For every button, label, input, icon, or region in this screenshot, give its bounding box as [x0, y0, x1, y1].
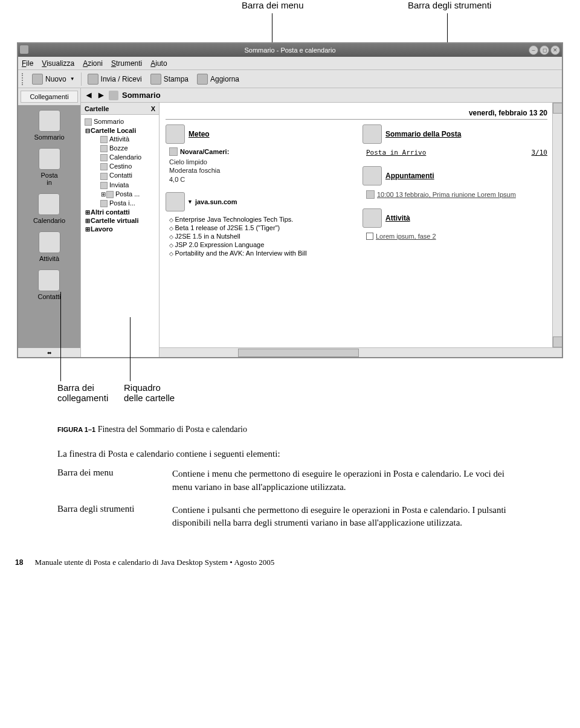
mail-inbox-link[interactable]: Posta in Arrivo 3/10	[366, 147, 547, 158]
tree-item[interactable]: Sommario	[82, 117, 158, 126]
folder-pane-header: Cartelle X	[81, 103, 159, 115]
tree-expander-icon[interactable]: ⊟	[85, 127, 91, 134]
folder-pane: Cartelle X Sommario⊟Cartelle LocaliAttiv…	[81, 103, 160, 357]
task-checkbox[interactable]	[366, 233, 373, 240]
menu-file[interactable]: File	[22, 59, 33, 68]
menu-tools[interactable]: Strumenti	[111, 59, 142, 68]
folder-pane-close-button[interactable]: X	[151, 105, 155, 112]
shortcut-item[interactable]: Contatti	[38, 269, 61, 300]
shortcut-toggle[interactable]: ⬌	[18, 347, 80, 357]
shortcut-label: Attività	[39, 255, 59, 262]
tree-expander-icon[interactable]: ⊞	[85, 226, 91, 233]
send-receive-button[interactable]: Invia / Ricevi	[85, 72, 144, 86]
definition-description: Contiene i pulsanti che permettono di es…	[172, 504, 523, 540]
folder-icon	[100, 182, 108, 189]
titlebar: Sommario - Posta e calendario – ◻ ✕	[18, 43, 562, 57]
tree-expander-icon[interactable]: ⊞	[85, 209, 91, 216]
shortcut-icon	[39, 148, 60, 170]
mail-icon	[362, 124, 382, 144]
weather-widget: Meteo Novara/Cameri: Cielo limpido Moder…	[166, 124, 350, 184]
news-item[interactable]: J2SE 1.5 in a Nutshell	[169, 232, 350, 240]
print-button[interactable]: Stampa	[148, 72, 191, 86]
folder-icon	[100, 200, 108, 207]
tree-item[interactable]: ⊞Lavoro	[82, 225, 158, 233]
tree-item[interactable]: Inviata	[82, 181, 158, 190]
document-body: FIGURA 1–1 Finestra del Sommario di Post…	[0, 407, 580, 558]
menu-view[interactable]: Visualizza	[42, 59, 74, 68]
tree-item[interactable]: Cestino	[82, 162, 158, 171]
shortcut-item[interactable]: Sommario	[34, 110, 64, 141]
shortcut-icon	[38, 269, 60, 291]
folder-icon	[106, 191, 114, 198]
folder-icon	[100, 145, 108, 152]
appointment-link[interactable]: 10:00 13 febbraio, Prima riunione Lorem …	[366, 189, 547, 200]
new-button[interactable]: Nuovo ▼	[30, 72, 77, 86]
scrollbar-thumb[interactable]	[238, 349, 359, 357]
tree-item[interactable]: ⊟Cartelle Locali	[82, 126, 158, 135]
new-icon	[32, 74, 43, 85]
folder-tree: Sommario⊟Cartelle LocaliAttivitàBozzeCal…	[81, 115, 159, 357]
folder-icon	[100, 163, 108, 170]
nav-back-button[interactable]: ◀	[85, 91, 93, 100]
tree-item[interactable]: Contatti	[82, 171, 158, 180]
send-receive-icon	[88, 74, 98, 85]
shortcut-bar: Collegamenti SommarioPosta inCalendarioA…	[18, 88, 81, 357]
window-title: Sommario - Posta e calendario	[244, 47, 335, 54]
minimize-button[interactable]: –	[529, 45, 538, 55]
main-area: ◀ ▶ Sommario Cartelle X Sommario⊟Cartell…	[81, 88, 562, 357]
vertical-scrollbar[interactable]	[552, 103, 562, 347]
mail-summary-widget: Sommario della Posta Posta in Arrivo 3/1…	[362, 124, 547, 158]
menu-help[interactable]: Aiuto	[150, 59, 167, 68]
tree-item[interactable]: ⊞Posta ...	[82, 190, 158, 199]
folder-icon	[100, 173, 108, 180]
footer-text: Manuale utente di Posta e calendario di …	[35, 558, 275, 567]
news-item[interactable]: JSP 2.0 Expression Language	[169, 240, 350, 249]
folder-icon	[100, 136, 108, 143]
folder-icon	[100, 154, 108, 161]
news-icon	[166, 192, 185, 211]
folder-icon	[85, 118, 92, 126]
print-icon	[150, 74, 161, 85]
tree-item[interactable]: Posta i...	[82, 199, 158, 208]
menubar: File Visualizza Azioni Strumenti Aiuto	[18, 57, 562, 70]
tree-item[interactable]: Bozze	[82, 144, 158, 153]
annotation-line	[130, 317, 130, 381]
tree-expander-icon[interactable]: ⊞	[100, 191, 106, 198]
definition-row: Barra degli strumentiContiene i pulsanti…	[57, 504, 523, 540]
nav-forward-button[interactable]: ▶	[97, 91, 105, 100]
app-icon	[20, 45, 28, 54]
refresh-button[interactable]: Aggiorna	[195, 72, 242, 86]
close-button[interactable]: ✕	[550, 45, 560, 55]
news-item[interactable]: Beta 1 release of J2SE 1.5 ("Tiger")	[169, 224, 350, 232]
tree-item[interactable]: Calendario	[82, 153, 158, 162]
definition-table: Barra dei menuContiene i menu che permet…	[57, 468, 523, 540]
calendar-icon	[362, 166, 382, 185]
shortcut-bar-title[interactable]: Collegamenti	[21, 91, 78, 103]
tree-item[interactable]: Attività	[82, 135, 158, 144]
page-number: 18	[15, 558, 23, 567]
location-bar: ◀ ▶ Sommario	[81, 88, 562, 103]
horizontal-scrollbar[interactable]	[160, 347, 562, 357]
toolbar-handle[interactable]	[22, 73, 25, 85]
chevron-down-icon[interactable]: ▼	[70, 76, 75, 82]
toolbar: Nuovo ▼ Invia / Ricevi Stampa Aggiorna	[18, 70, 562, 88]
news-widget: ▼ java.sun.com Enterprise Java Technolog…	[166, 192, 350, 257]
location-title: Sommario	[122, 91, 161, 100]
shortcut-label: Posta in	[40, 172, 57, 186]
news-item[interactable]: Portability and the AVK: An Interview wi…	[169, 249, 350, 257]
appointments-widget: Appuntamenti 10:00 13 febbraio, Prima ri…	[362, 166, 547, 200]
summary-view: venerdì, febbraio 13 20 Meteo Novara/	[160, 103, 562, 357]
tree-item[interactable]: ⊞Cartelle virtuali	[82, 216, 158, 225]
tree-expander-icon[interactable]: ⊞	[85, 217, 91, 224]
maximize-button[interactable]: ◻	[540, 45, 549, 55]
task-link[interactable]: Lorem ipsum, fase 2	[366, 231, 547, 241]
shortcut-item[interactable]: Calendario	[33, 193, 65, 224]
menu-actions[interactable]: Azioni	[83, 59, 103, 68]
definition-row: Barra dei menuContiene i menu che permet…	[57, 468, 523, 504]
summary-icon	[109, 91, 118, 100]
tree-item[interactable]: ⊞Altri contatti	[82, 208, 158, 216]
shortcut-item[interactable]: Posta in	[39, 148, 60, 186]
annotation-toolbar: Barra degli strumenti	[408, 0, 491, 10]
shortcut-item[interactable]: Attività	[39, 231, 60, 262]
news-item[interactable]: Enterprise Java Technologies Tech Tips.	[169, 215, 350, 224]
